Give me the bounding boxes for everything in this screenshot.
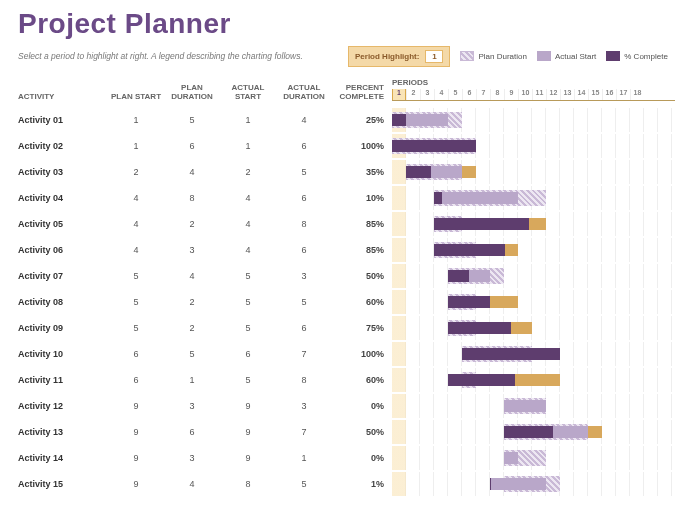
actual-start[interactable]: 4 [220, 245, 276, 255]
period-highlight-value[interactable]: 1 [425, 50, 443, 63]
plan-duration[interactable]: 5 [164, 115, 220, 125]
actual-start[interactable]: 9 [220, 427, 276, 437]
activity-name: Activity 06 [18, 245, 108, 255]
percent-complete[interactable]: 85% [332, 219, 392, 229]
percent-complete[interactable]: 100% [332, 349, 392, 359]
header-plan-start: PLAN START [108, 92, 164, 101]
plan-start[interactable]: 1 [108, 141, 164, 151]
actual-start[interactable]: 9 [220, 401, 276, 411]
plan-duration[interactable]: 5 [164, 349, 220, 359]
actual-duration[interactable]: 7 [276, 349, 332, 359]
gantt-cell [392, 316, 675, 340]
actual-duration[interactable]: 6 [276, 141, 332, 151]
table-row: Activity 021616100% [18, 133, 675, 159]
percent-complete[interactable]: 1% [332, 479, 392, 489]
plan-duration[interactable]: 2 [164, 219, 220, 229]
bar-complete [392, 140, 476, 152]
plan-start[interactable]: 9 [108, 479, 164, 489]
actual-duration[interactable]: 6 [276, 193, 332, 203]
plan-start[interactable]: 4 [108, 193, 164, 203]
gantt-cell [392, 160, 675, 184]
plan-duration[interactable]: 6 [164, 427, 220, 437]
plan-start[interactable]: 5 [108, 271, 164, 281]
actual-start[interactable]: 5 [220, 375, 276, 385]
percent-complete[interactable]: 0% [332, 453, 392, 463]
plan-duration[interactable]: 2 [164, 323, 220, 333]
period-tick: 8 [490, 89, 504, 100]
plan-duration[interactable]: 3 [164, 453, 220, 463]
percent-complete[interactable]: 75% [332, 323, 392, 333]
actual-start[interactable]: 4 [220, 219, 276, 229]
plan-duration[interactable]: 3 [164, 245, 220, 255]
actual-start[interactable]: 5 [220, 297, 276, 307]
activity-name: Activity 02 [18, 141, 108, 151]
percent-complete[interactable]: 25% [332, 115, 392, 125]
bar-complete [406, 166, 431, 178]
plan-duration[interactable]: 4 [164, 479, 220, 489]
actual-duration[interactable]: 3 [276, 401, 332, 411]
plan-duration[interactable]: 2 [164, 297, 220, 307]
period-highlight-box[interactable]: Period Highlight: 1 [348, 46, 450, 67]
plan-duration[interactable]: 8 [164, 193, 220, 203]
actual-start[interactable]: 8 [220, 479, 276, 489]
plan-start[interactable]: 6 [108, 375, 164, 385]
actual-start[interactable]: 1 [220, 115, 276, 125]
percent-complete[interactable]: 0% [332, 401, 392, 411]
actual-start[interactable]: 9 [220, 453, 276, 463]
percent-complete[interactable]: 10% [332, 193, 392, 203]
plan-start[interactable]: 4 [108, 219, 164, 229]
actual-start[interactable]: 5 [220, 271, 276, 281]
legend-actual-label: Actual Start [555, 52, 596, 61]
actual-duration[interactable]: 6 [276, 245, 332, 255]
actual-duration[interactable]: 5 [276, 167, 332, 177]
actual-start[interactable]: 5 [220, 323, 276, 333]
gantt-cell [392, 368, 675, 392]
actual-duration[interactable]: 3 [276, 271, 332, 281]
actual-start[interactable]: 1 [220, 141, 276, 151]
period-tick: 9 [504, 89, 518, 100]
percent-complete[interactable]: 60% [332, 297, 392, 307]
plan-start[interactable]: 1 [108, 115, 164, 125]
actual-start[interactable]: 6 [220, 349, 276, 359]
header-actual-duration: ACTUAL DURATION [276, 83, 332, 101]
plan-duration[interactable]: 3 [164, 401, 220, 411]
actual-duration[interactable]: 5 [276, 479, 332, 489]
plan-start[interactable]: 9 [108, 453, 164, 463]
period-tick: 3 [420, 89, 434, 100]
plan-duration[interactable]: 6 [164, 141, 220, 151]
actual-start[interactable]: 4 [220, 193, 276, 203]
actual-start[interactable]: 2 [220, 167, 276, 177]
table-row: Activity 1594851% [18, 471, 675, 497]
header-plan-duration: PLAN DURATION [164, 83, 220, 101]
actual-duration[interactable]: 4 [276, 115, 332, 125]
actual-duration[interactable]: 8 [276, 375, 332, 385]
table-row: Activity 1293930% [18, 393, 675, 419]
actual-duration[interactable]: 8 [276, 219, 332, 229]
percent-complete[interactable]: 85% [332, 245, 392, 255]
plan-start[interactable]: 6 [108, 349, 164, 359]
percent-complete[interactable]: 60% [332, 375, 392, 385]
plan-start[interactable]: 4 [108, 245, 164, 255]
legend-plan-label: Plan Duration [478, 52, 526, 61]
percent-complete[interactable]: 50% [332, 271, 392, 281]
legend-actual: Actual Start [537, 51, 596, 61]
table-row: Activity 11615860% [18, 367, 675, 393]
percent-complete[interactable]: 50% [332, 427, 392, 437]
percent-complete[interactable]: 100% [332, 141, 392, 151]
actual-duration[interactable]: 6 [276, 323, 332, 333]
actual-duration[interactable]: 5 [276, 297, 332, 307]
bar-complete [448, 296, 490, 308]
actual-duration[interactable]: 7 [276, 427, 332, 437]
plan-start[interactable]: 5 [108, 323, 164, 333]
plan-start[interactable]: 9 [108, 427, 164, 437]
plan-start[interactable]: 9 [108, 401, 164, 411]
plan-start[interactable]: 2 [108, 167, 164, 177]
actual-duration[interactable]: 1 [276, 453, 332, 463]
plan-duration[interactable]: 1 [164, 375, 220, 385]
plan-duration[interactable]: 4 [164, 271, 220, 281]
plan-duration[interactable]: 4 [164, 167, 220, 177]
plan-start[interactable]: 5 [108, 297, 164, 307]
percent-complete[interactable]: 35% [332, 167, 392, 177]
header-activity: ACTIVITY [18, 92, 108, 101]
activity-name: Activity 15 [18, 479, 108, 489]
